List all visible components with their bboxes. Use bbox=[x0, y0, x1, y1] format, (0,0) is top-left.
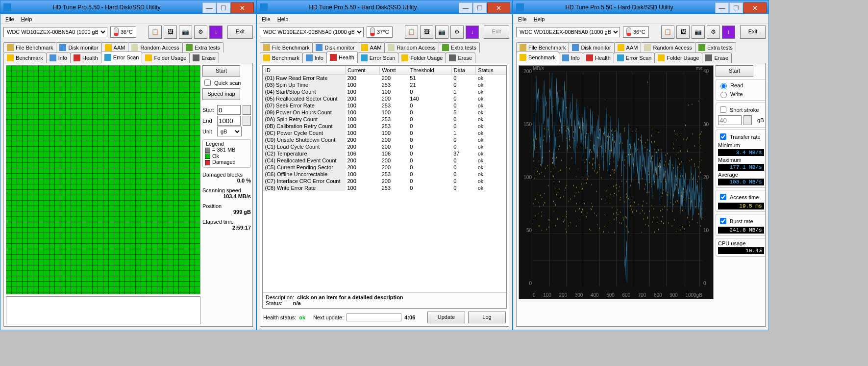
smart-table[interactable]: ID Current Worst Threshold Data Status (… bbox=[262, 65, 507, 292]
copy-screenshot-button[interactable]: 🖼 bbox=[676, 26, 690, 39]
save-button[interactable]: 📷 bbox=[435, 26, 448, 39]
col-data[interactable]: Data bbox=[451, 66, 476, 75]
tab-file-benchmark[interactable]: File Benchmark bbox=[260, 42, 313, 52]
table-row[interactable]: (C6) Offline Uncorrectable10025300ok bbox=[263, 171, 506, 178]
minimize-tray-button[interactable]: ↓ bbox=[209, 26, 223, 39]
options-button[interactable]: ⚙ bbox=[194, 26, 207, 39]
tab-error-scan[interactable]: Error Scan bbox=[614, 52, 655, 63]
col-threshold[interactable]: Threshold bbox=[408, 66, 451, 75]
tab-error-scan[interactable]: Error Scan bbox=[357, 52, 399, 63]
table-row[interactable]: (03) Spin Up Time100253210ok bbox=[263, 81, 506, 88]
short-stroke-checkbox[interactable]: Short stroke bbox=[718, 105, 764, 114]
table-row[interactable]: (0C) Power Cycle Count10010001ok bbox=[263, 130, 506, 136]
start-button[interactable]: Start bbox=[202, 65, 240, 77]
table-row[interactable]: (C5) Current Pending Sector20020000ok bbox=[263, 164, 506, 171]
drive-select[interactable]: WDC WD10EZEX-00BN5A0 (1000 gB) bbox=[3, 27, 107, 37]
tab-erase[interactable]: Erase bbox=[702, 52, 732, 63]
save-button[interactable]: 📷 bbox=[179, 26, 192, 39]
transfer-rate-checkbox[interactable]: Transfer rate bbox=[718, 132, 764, 141]
titlebar[interactable]: HD Tune Pro 5.50 - Hard Disk/SSD Utility… bbox=[513, 0, 769, 14]
tab-extra-tests[interactable]: Extra tests bbox=[439, 42, 480, 52]
tab-folder-usage[interactable]: Folder Usage bbox=[654, 52, 702, 63]
tab-health[interactable]: Health bbox=[326, 52, 358, 63]
table-row[interactable]: (C1) Load Cycle Count20020000ok bbox=[263, 143, 506, 150]
table-row[interactable]: (01) Raw Read Error Rate200200510ok bbox=[263, 75, 506, 82]
start-button[interactable]: Start bbox=[716, 65, 753, 77]
start-spinner[interactable] bbox=[243, 105, 251, 115]
tab-aam[interactable]: AAM bbox=[614, 42, 642, 52]
table-row[interactable]: (09) Power On Hours Count10010005ok bbox=[263, 109, 506, 116]
minimize-tray-button[interactable]: ↓ bbox=[722, 26, 735, 39]
log-button[interactable]: Log bbox=[468, 312, 506, 323]
read-radio[interactable]: Read bbox=[718, 81, 764, 89]
table-row[interactable]: (C8) Write Error Rate10025300ok bbox=[263, 184, 506, 191]
minimize-button[interactable]: — bbox=[202, 2, 216, 13]
copy-screenshot-button[interactable]: 🖼 bbox=[420, 26, 433, 39]
tab-disk-monitor[interactable]: Disk monitor bbox=[312, 42, 358, 52]
menu-help[interactable]: Help bbox=[274, 16, 292, 23]
col-id[interactable]: ID bbox=[263, 66, 346, 75]
tab-disk-monitor[interactable]: Disk monitor bbox=[56, 42, 101, 52]
tab-benchmark[interactable]: Benchmark bbox=[260, 52, 303, 63]
tab-error-scan[interactable]: Error Scan bbox=[101, 52, 143, 63]
drive-select[interactable]: WDC WD10EZEX-00BN5A0 (1000 gB) bbox=[260, 27, 364, 37]
table-row[interactable]: (07) Seek Error Rate10025300ok bbox=[263, 102, 506, 109]
menu-help[interactable]: Help bbox=[18, 16, 35, 23]
end-spinner[interactable] bbox=[243, 116, 251, 126]
tab-benchmark[interactable]: Benchmark bbox=[516, 52, 559, 63]
tab-benchmark[interactable]: Benchmark bbox=[3, 52, 47, 63]
unit-select[interactable]: gB bbox=[217, 127, 242, 136]
close-button[interactable]: ✕ bbox=[487, 2, 510, 13]
tab-health[interactable]: Health bbox=[583, 52, 614, 63]
tab-folder-usage[interactable]: Folder Usage bbox=[398, 52, 446, 63]
options-button[interactable]: ⚙ bbox=[707, 26, 720, 39]
menu-help[interactable]: Help bbox=[531, 16, 548, 23]
table-row[interactable]: (04) Start/Stop Count10010001ok bbox=[263, 88, 506, 95]
minimize-button[interactable]: — bbox=[715, 2, 729, 13]
titlebar[interactable]: HD Tune Pro 5.50 - Hard Disk/SSD Utility… bbox=[257, 0, 512, 14]
menu-file[interactable]: File bbox=[259, 16, 273, 23]
menu-file[interactable]: File bbox=[515, 16, 530, 23]
end-input[interactable] bbox=[217, 116, 241, 126]
tab-random-access[interactable]: Random Access bbox=[641, 42, 695, 52]
minimize-tray-button[interactable]: ↓ bbox=[466, 26, 479, 39]
tab-erase[interactable]: Erase bbox=[189, 52, 219, 63]
tab-disk-monitor[interactable]: Disk monitor bbox=[569, 42, 614, 52]
table-row[interactable]: (0A) Spin Retry Count10025300ok bbox=[263, 116, 506, 123]
tab-file-benchmark[interactable]: File Benchmark bbox=[516, 42, 569, 52]
tab-file-benchmark[interactable]: File Benchmark bbox=[3, 42, 56, 52]
tab-folder-usage[interactable]: Folder Usage bbox=[142, 52, 190, 63]
tab-random-access[interactable]: Random Access bbox=[384, 42, 439, 52]
table-row[interactable]: (0B) Calibration Retry Count10025300ok bbox=[263, 123, 506, 130]
table-row[interactable]: (C7) Interface CRC Error Count20020000ok bbox=[263, 178, 506, 184]
close-button[interactable]: ✕ bbox=[744, 2, 767, 13]
access-time-checkbox[interactable]: Access time bbox=[718, 192, 764, 202]
tab-aam[interactable]: AAM bbox=[358, 42, 385, 52]
burst-rate-checkbox[interactable]: Burst rate bbox=[718, 216, 764, 226]
speed-map-button[interactable]: Speed map bbox=[202, 88, 240, 100]
close-button[interactable]: ✕ bbox=[231, 2, 254, 13]
copy-info-button[interactable]: 📋 bbox=[405, 26, 418, 39]
col-current[interactable]: Current bbox=[346, 66, 380, 75]
table-row[interactable]: (05) Reallocated Sector Count2002001400o… bbox=[263, 95, 506, 102]
drive-select[interactable]: WDC WD10EZEX-00BN5A0 (1000 gB) bbox=[516, 27, 620, 37]
table-row[interactable]: (C0) Unsafe Shutdown Count20020000ok bbox=[263, 136, 506, 143]
col-status[interactable]: Status bbox=[476, 66, 506, 75]
save-button[interactable]: 📷 bbox=[692, 26, 705, 39]
table-row[interactable]: (C4) Reallocated Event Count20020000ok bbox=[263, 157, 506, 164]
maximize-button[interactable]: ☐ bbox=[217, 2, 230, 13]
tab-extra-tests[interactable]: Extra tests bbox=[695, 42, 736, 52]
col-worst[interactable]: Worst bbox=[380, 66, 408, 75]
maximize-button[interactable]: ☐ bbox=[473, 2, 487, 13]
exit-button[interactable]: Exit bbox=[227, 26, 253, 39]
menu-file[interactable]: File bbox=[2, 16, 17, 23]
quick-scan-checkbox[interactable]: Quick scan bbox=[202, 78, 251, 87]
options-button[interactable]: ⚙ bbox=[450, 26, 464, 39]
copy-screenshot-button[interactable]: 🖼 bbox=[164, 26, 177, 39]
tab-health[interactable]: Health bbox=[70, 52, 101, 63]
tab-aam[interactable]: AAM bbox=[101, 42, 129, 52]
tab-info[interactable]: Info bbox=[46, 52, 71, 63]
titlebar[interactable]: HD Tune Pro 5.50 - Hard Disk/SSD Utility… bbox=[0, 0, 256, 14]
copy-info-button[interactable]: 📋 bbox=[661, 26, 674, 39]
start-input[interactable] bbox=[217, 105, 241, 115]
